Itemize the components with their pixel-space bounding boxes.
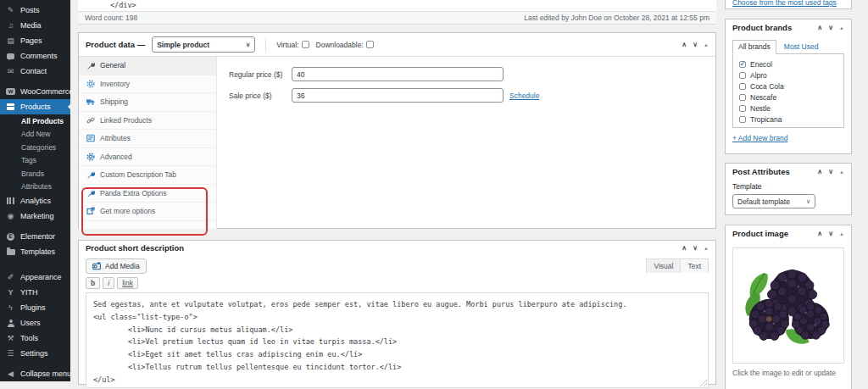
sidebar-item-woocommerce[interactable]: WWooCommerce <box>0 84 70 99</box>
sidebar-item-analytics[interactable]: Analytics <box>0 193 70 208</box>
sidebar-item-yith[interactable]: YYITH <box>0 285 70 300</box>
sidebar-item-elementor[interactable]: EElementor <box>0 229 70 244</box>
regular-price-input[interactable]: 40 <box>292 67 504 81</box>
move-up-icon[interactable]: ∧ <box>682 245 687 252</box>
tab-panda-extra-options[interactable]: Panda Extra Options <box>79 185 216 203</box>
media-icon: ♫ <box>6 21 15 30</box>
toggle-panel-icon[interactable]: ▲ <box>839 231 844 236</box>
brand-item-nescafe: Nescafe <box>739 92 843 103</box>
schedule-link[interactable]: Schedule <box>509 92 539 100</box>
sidebar-item-settings[interactable]: ☰Settings <box>0 346 70 361</box>
choose-most-used-tags-link[interactable]: Choose from the most used tags <box>732 0 837 7</box>
add-media-button[interactable]: Add Media <box>86 258 147 274</box>
virtual-checkbox[interactable] <box>302 41 309 48</box>
tab-advanced[interactable]: Advanced <box>79 148 216 167</box>
product-type-select[interactable]: Simple product ∨ <box>152 36 255 53</box>
regular-price-label: Regular price ($) <box>229 70 292 79</box>
tab-attributes[interactable]: Attributes <box>79 130 216 148</box>
product-data-panel: Product data — Simple product ∨ Virtual:… <box>78 32 716 229</box>
short-description-body: Add Media Visual Text b i link Sed egest… <box>79 255 715 388</box>
toggle-panel-icon[interactable]: ▲ <box>704 42 709 47</box>
product-image-thumbnail[interactable] <box>732 247 844 364</box>
italic-button[interactable]: i <box>103 277 114 289</box>
move-down-icon[interactable]: ∨ <box>693 42 698 48</box>
submenu-brands[interactable]: Brands <box>0 167 70 181</box>
tab-most-used[interactable]: Most Used <box>784 42 819 53</box>
product-image-panel: Product image ∧ ∨ ▲ <box>725 225 852 389</box>
submenu-label: All Products <box>21 117 64 125</box>
bold-button[interactable]: b <box>86 277 100 289</box>
move-down-icon[interactable]: ∨ <box>693 245 698 252</box>
tab-label: Shipping <box>100 97 128 106</box>
tab-get-more-options[interactable]: Get more options <box>79 203 216 221</box>
short-description-textarea[interactable]: Sed egestas, ante et vulputate volutpat,… <box>86 292 709 388</box>
submenu-all-products[interactable]: All Products <box>0 114 70 128</box>
tab-all-brands[interactable]: All brands <box>732 40 776 54</box>
move-down-icon[interactable]: ∨ <box>828 169 833 175</box>
tab-general[interactable]: General <box>79 57 216 75</box>
brand-checkbox[interactable] <box>739 83 746 90</box>
sidebar-item-appearance[interactable]: ✐Appearance <box>0 270 70 285</box>
brand-checkbox[interactable] <box>739 72 746 79</box>
submenu-categories[interactable]: Categories <box>0 141 70 154</box>
sidebar-item-collapse-menu[interactable]: ◀Collapse menu <box>0 366 70 381</box>
downloadable-checkbox[interactable] <box>366 41 374 48</box>
sidebar-item-users[interactable]: Users <box>0 315 70 331</box>
brand-checkbox-checked[interactable]: ✓ <box>739 61 746 68</box>
toggle-panel-icon[interactable]: ▲ <box>839 169 844 175</box>
tab-label: Attributes <box>100 134 131 142</box>
sidebar-item-posts[interactable]: ✎Posts <box>0 3 70 18</box>
move-up-icon[interactable]: ∧ <box>817 25 822 31</box>
sidebar-item-media[interactable]: ♫Media <box>0 18 70 33</box>
tab-label: Custom Description Tab <box>100 170 176 179</box>
sidebar-item-templates[interactable]: Templates <box>0 244 70 259</box>
gear-icon <box>86 80 95 88</box>
general-tab-fields: Regular price ($) 40 Sale price ($) 36 S… <box>217 57 539 229</box>
chart-bars-icon <box>6 197 15 204</box>
submenu-add-new[interactable]: Add New <box>0 128 70 142</box>
move-down-icon[interactable]: ∨ <box>828 231 833 237</box>
sidebar-item-label: Users <box>20 319 41 327</box>
brand-checkbox[interactable] <box>739 105 746 112</box>
sale-price-input[interactable]: 36 <box>292 88 504 103</box>
brand-item-alpro: Alpro <box>739 69 843 81</box>
template-value: Default template <box>737 197 790 206</box>
sidebar-item-plugins[interactable]: ϟPlugins <box>0 300 70 315</box>
external-link-icon <box>86 207 95 215</box>
sidebar-item-products[interactable]: Products <box>0 99 70 114</box>
tab-text[interactable]: Text <box>680 258 709 273</box>
envelope-icon: ✉ <box>6 67 15 75</box>
template-label: Template <box>732 182 844 191</box>
brand-checkbox[interactable] <box>739 116 746 123</box>
submenu-attributes[interactable]: Attributes <box>0 181 70 194</box>
toggle-panel-icon[interactable]: ▲ <box>704 246 709 251</box>
move-down-icon[interactable]: ∨ <box>828 25 833 31</box>
tab-visual[interactable]: Visual <box>646 258 680 273</box>
tab-custom-description[interactable]: Custom Description Tab <box>79 166 216 185</box>
tab-linked-products[interactable]: Linked Products <box>79 112 216 131</box>
tab-inventory[interactable]: Inventory <box>79 75 216 94</box>
divider <box>265 38 266 52</box>
brand-checkbox[interactable] <box>739 94 746 101</box>
resize-handle[interactable] <box>700 380 707 386</box>
brand-tabs: All brands Most Used <box>732 40 844 53</box>
add-new-brand-link[interactable]: + Add New brand <box>732 134 787 142</box>
move-up-icon[interactable]: ∧ <box>817 169 822 175</box>
wrench-icon <box>86 170 95 179</box>
brand-label: Nescafe <box>750 93 776 102</box>
template-select[interactable]: Default template ∨ <box>732 194 815 208</box>
panel-handles: ∧ ∨ ▲ <box>682 245 709 252</box>
link-button[interactable]: link <box>117 277 138 289</box>
move-up-icon[interactable]: ∧ <box>817 231 822 237</box>
sidebar-item-contact[interactable]: ✉Contact <box>0 64 70 79</box>
sidebar-item-marketing[interactable]: ◉Marketing <box>0 208 70 224</box>
tab-shipping[interactable]: Shipping <box>79 93 216 112</box>
sidebar-item-pages[interactable]: ▤Pages <box>0 33 70 48</box>
submenu-tags[interactable]: Tags <box>0 154 70 168</box>
brand-label: Alpro <box>750 71 767 80</box>
sidebar-item-comments[interactable]: Comments <box>0 48 70 64</box>
move-up-icon[interactable]: ∧ <box>682 42 687 48</box>
word-count: Word count: 198 <box>85 14 137 22</box>
sidebar-item-tools[interactable]: ⚒Tools <box>0 331 70 346</box>
toggle-panel-icon[interactable]: ▲ <box>839 25 844 31</box>
